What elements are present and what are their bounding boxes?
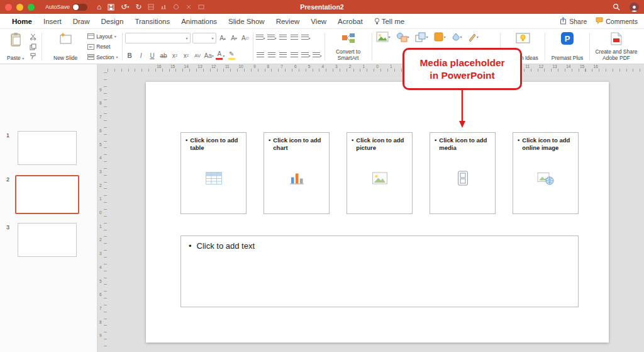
numbering-button[interactable]: ▾: [267, 33, 277, 43]
font-name-select[interactable]: ▾: [125, 33, 191, 43]
placeholder-online-image[interactable]: •Click icon to add online image: [513, 132, 579, 214]
slide-canvas[interactable]: •Click icon to add table•Click icon to a…: [146, 82, 609, 343]
slide-thumb-box[interactable]: [18, 131, 77, 165]
paste-button[interactable]: Paste ▾: [5, 31, 26, 62]
highlight-button[interactable]: ✎: [227, 51, 236, 60]
ruler-mark: 14: [566, 64, 570, 69]
shape-outline-button[interactable]: ▾: [468, 32, 479, 42]
placeholder-picture[interactable]: •Click icon to add picture: [347, 132, 413, 214]
minimize-button[interactable]: [16, 4, 23, 11]
online-image-icon[interactable]: [537, 171, 555, 188]
placeholder-table[interactable]: •Click icon to add table: [180, 132, 247, 214]
insert-picture-button[interactable]: ▾: [376, 32, 391, 42]
powerpoint-window: AutoSave ⌂ ↺▾ ↻ Presentation2 HomeInsert…: [0, 0, 644, 352]
slide-panel: 123: [0, 64, 97, 352]
decrease-indent-button[interactable]: [279, 33, 288, 43]
tab-draw[interactable]: Draw: [67, 18, 96, 25]
text-direction-button[interactable]: ▾: [313, 51, 322, 60]
share-button[interactable]: Share: [560, 17, 587, 26]
increase-indent-button[interactable]: [290, 33, 299, 43]
chart-icon[interactable]: [289, 172, 304, 188]
columns-button[interactable]: ▾: [301, 51, 311, 60]
placeholder-chart[interactable]: •Click icon to add chart: [264, 132, 330, 214]
reset-button[interactable]: Reset: [87, 43, 118, 51]
text-placeholder[interactable]: • Click to add text: [180, 236, 579, 307]
superscript-button[interactable]: x2: [182, 51, 191, 60]
premast-plus-button[interactable]: P Premast Plus: [548, 31, 587, 62]
tab-animations[interactable]: Animations: [175, 18, 223, 25]
bold-button[interactable]: B: [125, 51, 135, 60]
section-button[interactable]: Section▾: [87, 53, 118, 61]
adobe-pdf-button[interactable]: Create and Share Adobe PDF: [592, 31, 640, 62]
tab-home[interactable]: Home: [6, 18, 38, 25]
placeholder-label: •Click icon to add chart: [264, 133, 329, 152]
align-right-button[interactable]: [279, 51, 288, 60]
media-icon[interactable]: [457, 171, 468, 188]
slide-thumbnail-3[interactable]: 3: [0, 223, 97, 259]
picture-icon[interactable]: [372, 172, 387, 187]
paste-icon: [10, 32, 21, 49]
tab-acrobat[interactable]: Acrobat: [332, 18, 369, 25]
redo-icon[interactable]: ↻: [135, 3, 142, 11]
change-case-button[interactable]: Aa▾: [204, 51, 214, 60]
underline-button[interactable]: U: [148, 51, 157, 60]
adobe-pdf-icon: [611, 32, 622, 48]
cut-button[interactable]: [28, 32, 38, 42]
table-icon[interactable]: [205, 172, 222, 188]
close-button[interactable]: [5, 4, 12, 11]
shape-fill-icon: [452, 33, 460, 42]
tab-view[interactable]: View: [305, 18, 332, 25]
subscript-button[interactable]: x2: [170, 51, 180, 60]
line-spacing-button[interactable]: ▾: [301, 33, 311, 43]
titlebar-tool-icon: [173, 4, 179, 10]
ruler-mark: 4: [99, 156, 102, 160]
copy-button[interactable]: [28, 42, 38, 52]
shape-outline-icon: [468, 33, 477, 42]
align-left-button[interactable]: [256, 51, 265, 60]
shape-fill-button[interactable]: ▾: [452, 32, 462, 42]
character-spacing-button[interactable]: AV: [193, 51, 203, 60]
strikethrough-button[interactable]: ab: [159, 51, 169, 60]
slide-thumb-box[interactable]: [18, 223, 77, 257]
font-color-button[interactable]: A▾: [216, 51, 225, 60]
annotation-arrow: [458, 89, 467, 132]
ruler-mark: 15: [580, 64, 584, 69]
bullets-button[interactable]: ▾: [256, 33, 265, 43]
format-painter-button[interactable]: [28, 52, 38, 61]
slide-thumb-box[interactable]: [15, 175, 79, 214]
quick-styles-button[interactable]: ▾: [434, 32, 446, 42]
tab-tell-me[interactable]: Tell me: [369, 18, 410, 25]
increase-font-size-button[interactable]: A▴: [218, 33, 228, 43]
clear-formatting-button[interactable]: A∅: [241, 33, 250, 43]
insert-shape-button[interactable]: ▾: [396, 32, 409, 42]
font-size-select[interactable]: ▾: [192, 33, 216, 43]
save-icon[interactable]: [108, 4, 114, 11]
account-avatar[interactable]: [630, 3, 639, 12]
ruler-mark: 0: [99, 210, 102, 215]
tab-design[interactable]: Design: [96, 18, 130, 25]
tab-transitions[interactable]: Transitions: [129, 18, 175, 25]
italic-button[interactable]: I: [136, 51, 146, 60]
tab-slide-show[interactable]: Slide Show: [223, 18, 270, 25]
home-icon[interactable]: ⌂: [97, 3, 101, 11]
zoom-button[interactable]: [28, 4, 35, 11]
convert-smartart-button[interactable]: Convert to SmartArt: [329, 31, 368, 62]
slide-thumbnail-2[interactable]: 2: [0, 175, 97, 217]
undo-icon[interactable]: ↺▾: [121, 3, 129, 11]
tab-review[interactable]: Review: [270, 18, 306, 25]
comments-button[interactable]: Comments: [596, 17, 638, 25]
arrange-button[interactable]: ▾: [415, 32, 428, 42]
slide-thumbnail-1[interactable]: 1: [0, 131, 97, 167]
autosave-toggle[interactable]: [72, 4, 87, 11]
ruler-mark: 7: [280, 64, 283, 69]
ruler-mark: 1: [99, 224, 102, 228]
new-slide-button[interactable]: New Slide: [46, 31, 85, 62]
justify-button[interactable]: [290, 51, 299, 60]
layout-button[interactable]: Layout▾: [87, 32, 118, 40]
ruler-horizontal: 1615141312111098765432101234567891011121…: [108, 64, 644, 72]
align-center-button[interactable]: [267, 51, 277, 60]
tab-insert[interactable]: Insert: [38, 18, 67, 25]
placeholder-media[interactable]: •Click icon to add media: [430, 132, 496, 214]
decrease-font-size-button[interactable]: A▾: [230, 33, 239, 43]
search-icon[interactable]: [613, 3, 620, 11]
